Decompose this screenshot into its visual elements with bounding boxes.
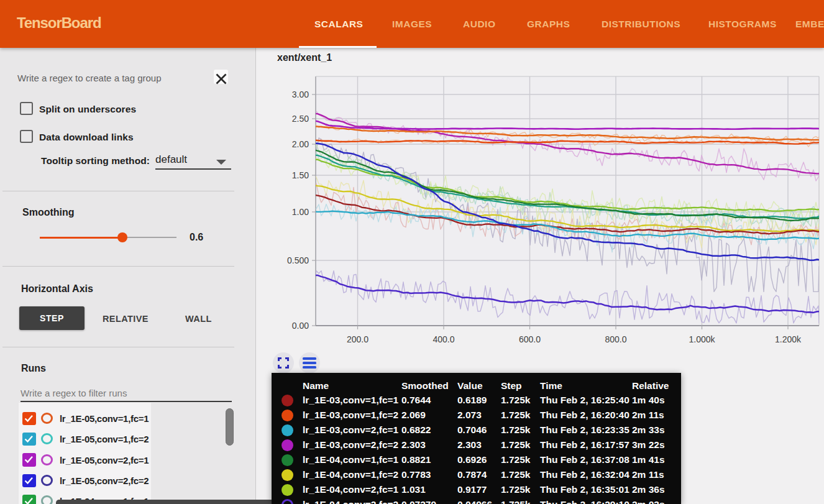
svg-text:400.0: 400.0	[433, 334, 454, 344]
svg-text:800.0: 800.0	[605, 334, 626, 344]
svg-text:1.000k: 1.000k	[689, 334, 715, 344]
svg-text:0.00: 0.00	[292, 321, 309, 331]
svg-text:1.50: 1.50	[292, 170, 309, 180]
svg-text:1.200k: 1.200k	[775, 334, 802, 344]
svg-text:200.0: 200.0	[347, 334, 369, 344]
svg-text:600.0: 600.0	[519, 334, 541, 344]
svg-text:1.00: 1.00	[292, 207, 309, 217]
svg-text:0.500: 0.500	[287, 255, 309, 265]
svg-text:3.00: 3.00	[292, 89, 309, 99]
svg-text:2.00: 2.00	[292, 139, 309, 149]
svg-text:2.50: 2.50	[292, 114, 309, 124]
